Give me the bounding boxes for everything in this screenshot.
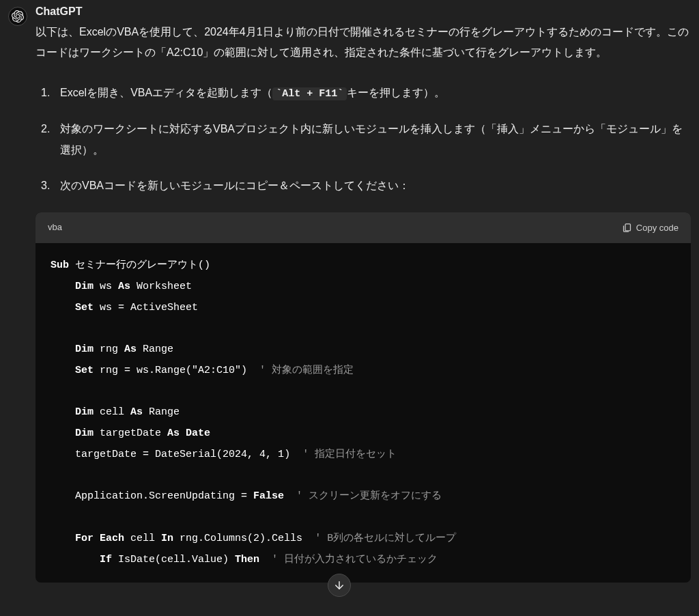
code-language-label: vba	[48, 219, 62, 236]
steps-list: Excelを開き、VBAエディタを起動します（`Alt + F11`キーを押しま…	[35, 83, 691, 197]
inline-code-shortcut: `Alt + F11`	[272, 87, 347, 100]
step-item-2: 対象のワークシートに対応するVBAプロジェクト内に新しいモジュールを挿入します（…	[35, 119, 691, 160]
message-body: 以下は、ExcelのVBAを使用して、2024年4月1日より前の日付で開催される…	[35, 22, 691, 583]
assistant-message: ChatGPT 以下は、ExcelのVBAを使用して、2024年4月1日より前の…	[0, 0, 699, 588]
openai-logo-icon	[12, 10, 24, 23]
intro-paragraph: 以下は、ExcelのVBAを使用して、2024年4月1日より前の日付で開催される…	[35, 22, 691, 64]
message-content: ChatGPT 以下は、ExcelのVBAを使用して、2024年4月1日より前の…	[35, 5, 691, 583]
code-content: Sub セミナー行のグレーアウト() Dim ws As Worksheet S…	[35, 243, 691, 583]
copy-code-label: Copy code	[636, 223, 679, 233]
step-text: Excelを開き、VBAエディタを起動します（	[60, 87, 272, 98]
step-text: キーを押します）。	[347, 87, 445, 98]
scroll-to-bottom-button[interactable]	[328, 574, 351, 597]
svg-rect-0	[625, 224, 631, 231]
step-item-1: Excelを開き、VBAエディタを起動します（`Alt + F11`キーを押しま…	[35, 83, 691, 104]
chatgpt-avatar	[8, 7, 27, 26]
code-header: vba Copy code	[35, 212, 691, 243]
author-name: ChatGPT	[35, 5, 691, 18]
clipboard-icon	[622, 223, 632, 233]
step-item-3: 次のVBAコードを新しいモジュールにコピー＆ペーストしてください：	[35, 176, 691, 196]
arrow-down-icon	[333, 579, 345, 591]
message-header: ChatGPT 以下は、ExcelのVBAを使用して、2024年4月1日より前の…	[8, 5, 691, 583]
code-block: vba Copy code Sub セミナー行のグレーアウト() Dim ws …	[35, 212, 691, 583]
copy-code-button[interactable]: Copy code	[622, 223, 679, 233]
